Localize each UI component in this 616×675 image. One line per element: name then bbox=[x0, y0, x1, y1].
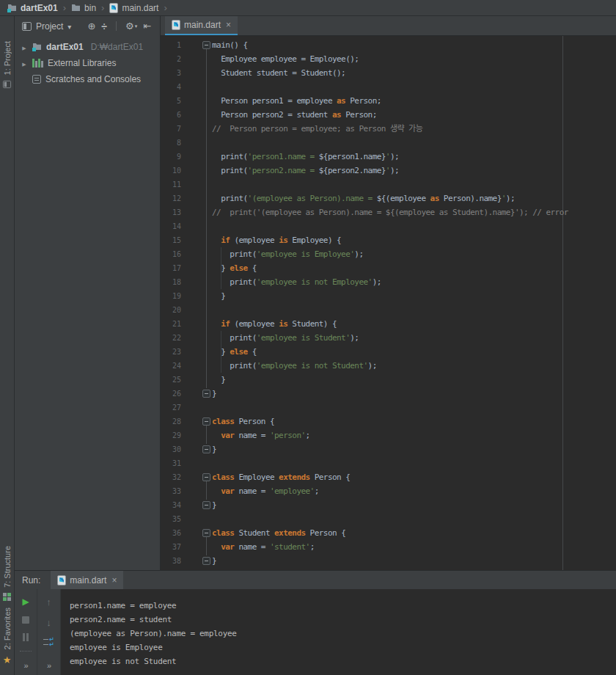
line-number[interactable]: 25 bbox=[161, 373, 181, 387]
line-number[interactable]: 23 bbox=[161, 345, 181, 359]
line-number[interactable]: 38 bbox=[161, 554, 181, 568]
line-number[interactable]: 27 bbox=[161, 401, 181, 415]
settings-icon[interactable] bbox=[125, 21, 137, 32]
gutter-fold-column bbox=[181, 38, 212, 52]
line-number[interactable]: 36 bbox=[161, 526, 181, 540]
tool-window-button-structure[interactable]: 7: Structure bbox=[0, 546, 14, 601]
fold-close-icon[interactable] bbox=[202, 445, 210, 453]
line-number[interactable]: 20 bbox=[161, 303, 181, 317]
code-text: Person person1 = employee as Person; bbox=[212, 94, 381, 108]
gutter-fold-column bbox=[181, 205, 212, 219]
fold-close-icon[interactable] bbox=[202, 557, 210, 565]
run-panel-body: ↵↵ person1.name = employeeperson2.name =… bbox=[15, 589, 616, 675]
fold-open-icon[interactable] bbox=[202, 417, 210, 426]
up-arrow-icon[interactable] bbox=[46, 596, 51, 608]
line-number[interactable]: 7 bbox=[161, 122, 181, 136]
line-number[interactable]: 18 bbox=[161, 275, 181, 289]
expand-arrow-icon[interactable] bbox=[19, 58, 29, 68]
run-panel-header: Run: main.dart × bbox=[15, 571, 616, 589]
line-number[interactable]: 17 bbox=[161, 261, 181, 275]
locate-icon[interactable] bbox=[87, 21, 95, 32]
breadcrumb-item[interactable]: bin bbox=[70, 3, 98, 13]
fold-close-icon[interactable] bbox=[202, 390, 210, 398]
code-text: print('person2.name = ${person2.name}'); bbox=[212, 164, 399, 178]
overflow-icon[interactable] bbox=[23, 661, 27, 670]
line-number[interactable]: 32 bbox=[161, 470, 181, 484]
line-number[interactable]: 10 bbox=[161, 164, 181, 178]
line-number[interactable]: 30 bbox=[161, 442, 181, 456]
line-number[interactable]: 37 bbox=[161, 540, 181, 554]
line-number[interactable]: 3 bbox=[161, 66, 181, 80]
fold-guide-line bbox=[206, 537, 207, 555]
gutter-fold-column bbox=[181, 554, 212, 568]
line-number[interactable]: 34 bbox=[161, 498, 181, 512]
code-line: 7// Person person = employee; as Person … bbox=[161, 122, 616, 136]
project-panel-title[interactable]: Project bbox=[36, 21, 63, 32]
close-tab-icon[interactable]: × bbox=[111, 575, 117, 585]
fold-open-icon[interactable] bbox=[202, 473, 210, 481]
run-icon[interactable] bbox=[22, 596, 29, 607]
editor-tab-main-dart[interactable]: main.dart × bbox=[165, 16, 238, 35]
line-number[interactable]: 5 bbox=[161, 94, 181, 108]
hide-sidebar-icon[interactable] bbox=[143, 21, 151, 32]
line-number[interactable]: 31 bbox=[161, 456, 181, 470]
indent-guide-line bbox=[221, 331, 221, 373]
chevron-down-icon[interactable] bbox=[67, 21, 71, 32]
line-number[interactable]: 16 bbox=[161, 247, 181, 261]
down-arrow-icon[interactable] bbox=[46, 617, 51, 628]
stripe-label-structure: 7: Structure bbox=[3, 546, 12, 588]
code-text: Student student = Student(); bbox=[212, 66, 345, 80]
line-number[interactable]: 13 bbox=[161, 205, 181, 219]
gutter-fold-column bbox=[181, 373, 212, 387]
line-number[interactable]: 19 bbox=[161, 289, 181, 303]
breadcrumb-item[interactable]: main.dart bbox=[108, 3, 160, 13]
expand-arrow-icon[interactable] bbox=[19, 42, 29, 52]
gutter-fold-column bbox=[181, 317, 212, 331]
line-number[interactable]: 4 bbox=[161, 80, 181, 94]
line-number[interactable]: 15 bbox=[161, 233, 181, 247]
run-tab-main-dart[interactable]: main.dart × bbox=[51, 571, 123, 589]
code-text: } bbox=[212, 442, 216, 456]
tree-item[interactable]: dartEx01D:₩dartEx01 bbox=[15, 39, 160, 55]
line-number[interactable]: 35 bbox=[161, 512, 181, 526]
line-number[interactable]: 1 bbox=[161, 38, 181, 52]
console-output[interactable]: person1.name = employeeperson2.name = st… bbox=[61, 589, 616, 675]
code-line: 12 print('(employee as Person).name = ${… bbox=[161, 191, 616, 205]
code-line: 22 print('employee is Student'); bbox=[161, 331, 616, 345]
dart-file-icon bbox=[172, 20, 180, 30]
line-number[interactable]: 21 bbox=[161, 317, 181, 331]
pause-icon[interactable] bbox=[22, 633, 29, 641]
code-line: 26} bbox=[161, 387, 616, 401]
overflow-icon[interactable] bbox=[47, 661, 51, 670]
line-number[interactable]: 28 bbox=[161, 415, 181, 428]
fold-open-icon[interactable] bbox=[202, 41, 210, 49]
tree-item[interactable]: Scratches and Consoles bbox=[15, 71, 160, 87]
line-number[interactable]: 26 bbox=[161, 387, 181, 401]
breadcrumb-item[interactable]: dartEx01 bbox=[6, 3, 59, 13]
line-number[interactable]: 11 bbox=[161, 178, 181, 191]
line-number[interactable]: 33 bbox=[161, 484, 181, 498]
project-view-icon bbox=[22, 22, 32, 31]
fold-open-icon[interactable] bbox=[202, 529, 210, 537]
tree-item[interactable]: External Libraries bbox=[15, 55, 160, 71]
tool-window-button-project[interactable]: 1: Project bbox=[0, 41, 14, 89]
fold-close-icon[interactable] bbox=[202, 501, 210, 509]
line-number[interactable]: 29 bbox=[161, 428, 181, 442]
collapse-all-icon[interactable] bbox=[101, 21, 107, 32]
code-line: 23 } else { bbox=[161, 345, 616, 359]
line-number[interactable]: 14 bbox=[161, 219, 181, 233]
line-number[interactable]: 24 bbox=[161, 359, 181, 373]
stop-icon[interactable] bbox=[22, 616, 29, 624]
tool-window-button-favorites[interactable]: 2: Favorites bbox=[0, 608, 14, 665]
line-number[interactable]: 8 bbox=[161, 136, 181, 150]
line-number[interactable]: 22 bbox=[161, 331, 181, 345]
softwrap-icon[interactable]: ↵↵ bbox=[43, 638, 54, 646]
close-tab-icon[interactable]: × bbox=[226, 20, 231, 30]
structure-icon bbox=[3, 593, 11, 601]
line-number[interactable]: 12 bbox=[161, 191, 181, 205]
line-number[interactable]: 9 bbox=[161, 150, 181, 164]
line-number[interactable]: 2 bbox=[161, 52, 181, 66]
gutter-fold-column bbox=[181, 526, 212, 540]
code-area[interactable]: 1main() {2 Employee employee = Employee(… bbox=[161, 36, 616, 570]
line-number[interactable]: 6 bbox=[161, 108, 181, 122]
